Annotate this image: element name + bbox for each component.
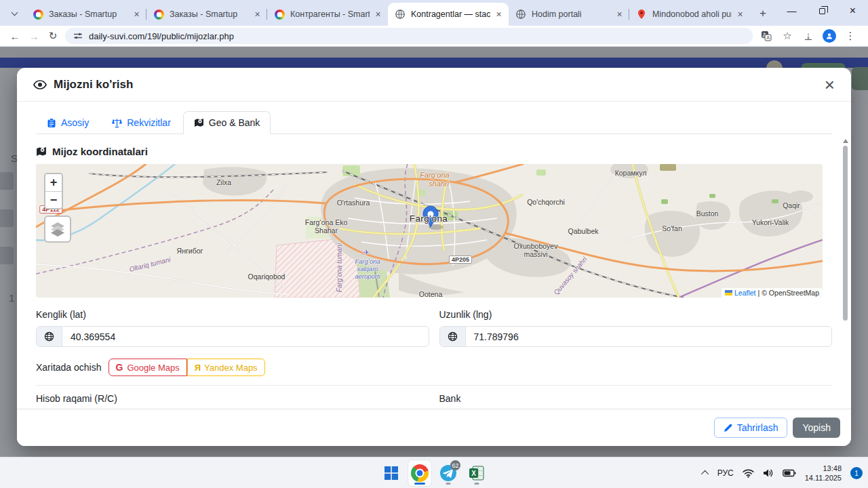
tab-asosiy[interactable]: Asosiy <box>36 111 100 134</box>
tab-title: Mindonobod aholi punkti <box>652 9 732 19</box>
svg-text:A: A <box>766 35 770 40</box>
new-tab-button[interactable]: + <box>754 5 772 22</box>
forward-icon[interactable]: → <box>24 27 43 45</box>
map-label: Shahar <box>315 226 338 235</box>
address-bar: ← → ↻ daily-suvi.com/19l/public/mijozlar… <box>0 26 868 46</box>
bank-row: Hisob raqami (R/C) Bank <box>36 393 832 409</box>
section-divider <box>36 385 832 386</box>
download-icon[interactable]: ↓ <box>800 28 816 44</box>
volume-icon[interactable] <box>763 468 774 478</box>
close-window-button[interactable]: × <box>837 0 868 22</box>
map-labels: ZilxaЯнгибогOqariqobodOltariq tumaniO'rt… <box>36 164 823 298</box>
app-header-bar <box>0 58 868 68</box>
browser-tab[interactable]: Mindonobod aholi punkti× <box>629 3 750 26</box>
lat-field[interactable]: 40.369554 <box>36 326 429 347</box>
leaflet-map[interactable]: ZilxaЯнгибогOqariqobodOltariq tumaniO'rt… <box>36 164 823 298</box>
tab-label: Asosiy <box>61 117 89 128</box>
scrollbar-thumb[interactable] <box>843 146 848 321</box>
dimmed-row <box>0 209 14 227</box>
open-in-map-row: Xaritada ochish G Google Maps Я Yandex M… <box>36 359 832 376</box>
site-settings-icon[interactable] <box>73 31 83 41</box>
restore-button[interactable] <box>807 0 837 22</box>
profile-avatar-icon[interactable] <box>821 28 837 44</box>
browser-tab[interactable]: Заказы - Smartup× <box>146 3 267 26</box>
start-button[interactable] <box>380 460 403 486</box>
edit-button-label: Tahrirlash <box>737 422 778 433</box>
chrome-icon <box>411 464 429 482</box>
edit-button[interactable]: Tahrirlash <box>714 418 788 438</box>
telegram-badge: 62 <box>450 460 460 470</box>
modal-footer: Tahrirlash Yopish <box>17 409 851 446</box>
bank-label: Bank <box>439 393 833 404</box>
browser-tab[interactable]: Контрагенты - Smartup× <box>267 3 388 26</box>
taskbar: 62 X РУС 13:48 14.11.2025 1 <box>0 457 868 488</box>
map-label: O'rtashura <box>337 199 370 207</box>
map-label: Qo'chqorchi <box>527 198 565 206</box>
taskbar-clock[interactable]: 13:48 14.11.2025 <box>805 464 842 483</box>
dimmed-row <box>0 172 14 190</box>
layers-icon <box>50 222 66 237</box>
eye-icon <box>33 78 47 92</box>
tab-close-icon[interactable]: × <box>734 9 746 20</box>
modal-close-icon[interactable]: × <box>825 76 835 94</box>
dimmed-green-edge <box>852 67 868 90</box>
clipboard-icon <box>47 118 56 128</box>
tray-chevron-icon[interactable] <box>701 470 709 478</box>
address-bar-icons: あA ☆ ↓ ⋮ <box>758 28 863 44</box>
yandex-maps-button[interactable]: Я Yandex Maps <box>187 359 265 376</box>
tab-close-icon[interactable]: × <box>493 9 505 20</box>
telegram-taskbar-button[interactable]: 62 <box>437 460 460 486</box>
clock-date: 14.11.2025 <box>805 473 842 483</box>
menu-kebab-icon[interactable]: ⋮ <box>842 28 859 44</box>
tab-close-icon[interactable]: × <box>252 9 263 20</box>
map-label: 4P205 <box>449 256 472 264</box>
tab-close-icon[interactable]: × <box>614 9 625 20</box>
tab-close-icon[interactable]: × <box>131 9 142 20</box>
modal-tabs: Asosiy Rekvizitlar Geo & Bank <box>36 111 832 134</box>
google-maps-button[interactable]: G Google Maps <box>108 359 187 376</box>
page-top-strip <box>0 47 868 58</box>
browser-tab[interactable]: Заказы - Smartup× <box>26 3 146 26</box>
lng-field[interactable]: 71.789796 <box>439 326 833 347</box>
background-fragment: 1 <box>9 292 14 304</box>
bookmark-star-icon[interactable]: ☆ <box>779 28 795 44</box>
url-field[interactable]: daily-suvi.com/19l/public/mijozlar.php <box>65 28 753 44</box>
wifi-icon[interactable] <box>743 468 754 478</box>
back-icon[interactable]: ← <box>5 27 24 45</box>
translate-icon[interactable]: あA <box>758 28 774 44</box>
tab-geo-bank[interactable]: Geo & Bank <box>183 111 271 134</box>
modal-scrollbar[interactable] <box>842 138 849 409</box>
close-modal-button[interactable]: Yopish <box>793 418 840 438</box>
map-label: shahri <box>429 180 449 188</box>
tab-rekvizitlar[interactable]: Rekvizitlar <box>101 111 182 134</box>
leaflet-link[interactable]: Leaflet <box>734 289 756 297</box>
map-label: Qabulbek <box>568 227 599 235</box>
ukraine-flag-icon <box>725 290 732 296</box>
map-location-icon <box>36 146 47 157</box>
globe-icon <box>515 9 526 20</box>
zoom-out-button[interactable]: − <box>45 191 62 208</box>
map-layers-control[interactable] <box>44 216 71 243</box>
lng-label: Uzunlik (lng) <box>439 309 833 320</box>
map-label: xalqaro <box>357 265 378 272</box>
account-label: Hisob raqami (R/C) <box>36 393 429 404</box>
excel-taskbar-button[interactable]: X <box>465 460 488 486</box>
battery-icon[interactable] <box>783 469 796 477</box>
globe-icon <box>37 327 62 346</box>
tab-close-icon[interactable]: × <box>372 9 384 20</box>
osm-link[interactable]: © OpenStreetMap <box>762 289 819 297</box>
scroll-up-icon[interactable] <box>843 139 848 143</box>
minimize-button[interactable]: — <box>776 0 807 22</box>
language-indicator[interactable]: РУС <box>717 468 734 478</box>
browser-tab[interactable]: Hodim portali× <box>509 3 629 26</box>
tab-title: Hodim portali <box>532 9 611 19</box>
browser-tab[interactable]: Kontragentlar — stacked n× <box>388 3 509 26</box>
chrome-taskbar-button[interactable] <box>408 460 431 486</box>
svg-text:X: X <box>471 470 476 477</box>
tab-search-icon[interactable] <box>5 5 23 22</box>
notification-badge[interactable]: 1 <box>850 467 863 479</box>
reload-icon[interactable]: ↻ <box>43 27 62 45</box>
zoom-in-button[interactable]: + <box>45 174 62 191</box>
url-text: daily-suvi.com/19l/public/mijozlar.php <box>89 31 234 41</box>
map-label: Oltariq tumani <box>128 256 171 273</box>
